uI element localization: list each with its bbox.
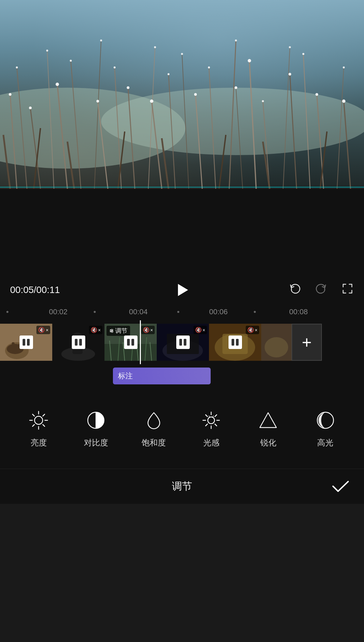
- svg-point-40: [150, 99, 153, 103]
- tool-saturation[interactable]: 饱和度: [142, 408, 166, 448]
- dark-area: [0, 189, 364, 276]
- svg-line-113: [206, 415, 208, 417]
- ruler-tick-8: 00:08: [289, 308, 308, 316]
- svg-point-45: [235, 39, 237, 41]
- highlight-icon: [314, 409, 336, 431]
- svg-line-114: [215, 424, 217, 426]
- clip-6-thumbnail: [261, 324, 292, 361]
- svg-point-39: [154, 46, 156, 48]
- svg-line-102: [33, 414, 35, 416]
- svg-point-31: [29, 107, 32, 109]
- clip-5[interactable]: 🔇 ×: [209, 324, 261, 361]
- edit-tools-area: 亮度 对比度 饱和度: [0, 388, 364, 469]
- svg-point-29: [9, 93, 11, 96]
- svg-point-46: [235, 86, 237, 89]
- clip-5-mute-icon: 🔇 ×: [246, 326, 259, 334]
- svg-line-105: [33, 425, 35, 427]
- add-clip-button[interactable]: +: [292, 324, 322, 361]
- brightness-icon-wrap: [27, 408, 51, 432]
- svg-line-104: [43, 414, 45, 416]
- add-plus-icon: +: [302, 334, 311, 351]
- bottom-bar: 调节: [0, 469, 364, 504]
- tool-light-sense[interactable]: 光感: [200, 408, 223, 448]
- clip-5-pause[interactable]: [229, 335, 242, 349]
- saturation-label: 饱和度: [142, 437, 166, 448]
- clip-2[interactable]: 🔇 ×: [52, 324, 104, 361]
- light-sense-icon: [200, 409, 222, 431]
- contrast-icon-wrap: [84, 408, 108, 432]
- play-button[interactable]: [174, 282, 190, 298]
- ruler-dot-1: [94, 311, 96, 313]
- svg-point-47: [248, 59, 251, 62]
- clip-2-mute-icon: 🔇 ×: [89, 326, 102, 334]
- sub-clip[interactable]: 标注: [113, 368, 211, 384]
- clip-4-pause[interactable]: [176, 335, 190, 349]
- timeline-strip[interactable]: 🔇 × 🔇 ×: [0, 320, 364, 364]
- fullscreen-button[interactable]: [341, 282, 354, 298]
- timeline-ruler: 00:02 00:04 00:06 00:08: [0, 303, 364, 320]
- svg-point-44: [208, 66, 210, 68]
- svg-point-37: [114, 66, 116, 68]
- tool-highlight[interactable]: 高光: [313, 408, 337, 448]
- svg-point-32: [46, 50, 48, 52]
- tool-contrast[interactable]: 对比度: [84, 408, 108, 448]
- clip-3-pause[interactable]: [124, 335, 138, 349]
- clip-1[interactable]: 🔇 ×: [0, 324, 52, 361]
- brightness-label: 亮度: [31, 437, 47, 448]
- clip-6[interactable]: [261, 324, 292, 361]
- svg-point-54: [342, 99, 345, 103]
- bottom-label: 调节: [172, 479, 192, 493]
- ruler-dot-3: [254, 311, 256, 313]
- clip-1-pause[interactable]: [20, 335, 33, 349]
- svg-point-34: [70, 60, 72, 62]
- clip-3[interactable]: 调节 🔇 ×: [104, 324, 157, 361]
- sharpen-label: 锐化: [260, 437, 276, 448]
- clip-4-mute-icon: 🔇 ×: [193, 326, 207, 334]
- redo-icon: [315, 282, 328, 295]
- confirm-checkmark-icon: [331, 479, 350, 494]
- grass-overlay: [0, 0, 364, 189]
- brightness-icon: [28, 409, 50, 431]
- controls-bar: 00:05/00:11: [0, 276, 364, 303]
- sharpen-icon-wrap: [256, 408, 280, 432]
- svg-line-115: [215, 415, 217, 417]
- light-sense-label: 光感: [203, 437, 219, 448]
- adjust-text: 调节: [115, 327, 127, 335]
- undo-icon: [289, 282, 301, 295]
- svg-point-30: [16, 66, 18, 68]
- time-display: 00:05/00:11: [10, 285, 125, 295]
- svg-point-88: [112, 331, 113, 332]
- svg-point-96: [265, 337, 288, 357]
- contrast-label: 对比度: [84, 437, 108, 448]
- playhead: [140, 320, 141, 364]
- svg-point-49: [289, 46, 291, 48]
- highlight-label: 高光: [317, 437, 333, 448]
- clip-3-adjust-tag: 调节: [107, 326, 130, 336]
- ruler-dot-start: [6, 311, 8, 313]
- tool-sharpen[interactable]: 锐化: [256, 408, 280, 448]
- svg-point-53: [343, 66, 345, 68]
- sharpen-icon: [257, 409, 279, 431]
- svg-rect-67: [12, 342, 14, 351]
- svg-point-35: [100, 39, 102, 41]
- svg-point-36: [96, 100, 99, 103]
- ruler-tick-6: 00:06: [209, 308, 228, 316]
- undo-button[interactable]: [289, 282, 301, 298]
- ruler-tick-2: 00:02: [49, 308, 67, 316]
- confirm-button[interactable]: [330, 476, 351, 497]
- highlight-icon-wrap: [313, 408, 337, 432]
- redo-button[interactable]: [315, 282, 328, 298]
- svg-point-97: [35, 416, 43, 424]
- contrast-icon: [85, 409, 107, 431]
- tool-brightness[interactable]: 亮度: [27, 408, 51, 448]
- svg-line-116: [206, 424, 208, 426]
- tools-grid: 亮度 对比度 饱和度: [0, 408, 364, 448]
- adjust-icon: [109, 328, 114, 333]
- clip-4[interactable]: 🔇 ×: [157, 324, 209, 361]
- svg-point-108: [208, 417, 215, 424]
- ruler-tick-4: 00:04: [129, 308, 148, 316]
- svg-point-43: [194, 93, 197, 96]
- sub-clip-label: 标注: [118, 371, 133, 381]
- svg-line-103: [43, 425, 45, 427]
- clip-2-pause[interactable]: [72, 335, 85, 349]
